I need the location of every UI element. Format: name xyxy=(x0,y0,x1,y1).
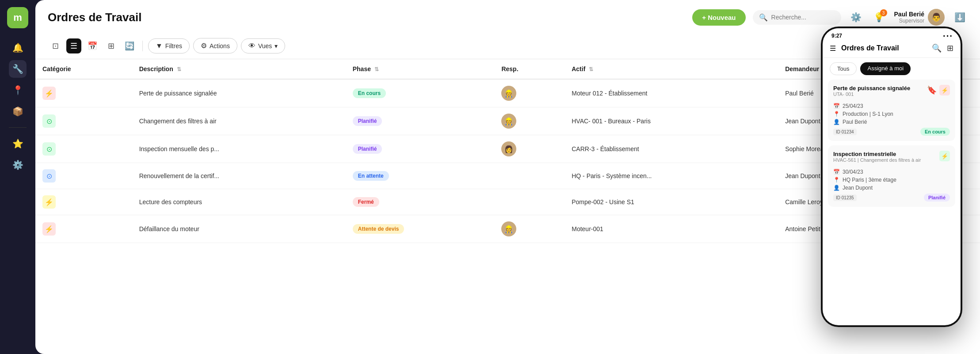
view-calendar-btn[interactable]: 📅 xyxy=(85,38,100,53)
location-icon: 📍 xyxy=(833,111,840,117)
mobile-card[interactable]: Inspection trimestrielle HVAC-561 | Chan… xyxy=(828,145,955,207)
actions-button[interactable]: ⚙ Actions xyxy=(193,38,237,53)
category-icon: ⚡ xyxy=(42,87,56,100)
filtres-button[interactable]: ▼ Filtres xyxy=(148,38,190,53)
download-button[interactable]: ⬇️ xyxy=(952,9,968,25)
category-icon: ⚡ xyxy=(42,222,56,236)
mobile-id-badge: ID 01235 xyxy=(833,194,857,201)
mobile-menu-icon[interactable]: ☰ xyxy=(830,44,836,53)
user-info: Paul Berié Supervisor 👨 xyxy=(894,9,945,26)
cell-resp: 👷 xyxy=(494,215,564,243)
mobile-status-badge: Planifié xyxy=(924,194,950,202)
cell-actif: Moteur-001 xyxy=(564,215,778,243)
mobile-card-header: Inspection trimestrielle HVAC-561 | Chan… xyxy=(833,151,950,165)
download-icon: ⬇️ xyxy=(954,12,965,23)
view-list-btn[interactable]: ☰ xyxy=(66,38,81,53)
mobile-card-person-row: 👤 Paul Berié xyxy=(833,119,950,125)
cell-actif: Pompe-002 - Usine S1 xyxy=(564,189,778,215)
status-badge: En attente xyxy=(353,171,389,181)
sidebar-item-gauge[interactable]: ⚙️ xyxy=(9,156,27,174)
cell-description: Inspection mensuelle des p... xyxy=(132,135,346,163)
mobile-card-date-row: 📅 30/04/23 xyxy=(833,169,950,175)
mobile-search-icon[interactable]: 🔍 xyxy=(932,43,942,53)
sort-icon-actif[interactable]: ⇅ xyxy=(589,66,593,72)
actions-icon: ⚙ xyxy=(201,42,207,50)
col-actif: Actif ⇅ xyxy=(564,59,778,79)
notifications-button[interactable]: 💡 3 xyxy=(871,9,887,25)
chevron-down-icon: ▾ xyxy=(275,42,278,49)
mobile-signal-icons: ▪ ▪ ▪ xyxy=(943,33,952,39)
status-badge: Attente de devis xyxy=(353,224,404,234)
cell-description: Lecture des compteurs xyxy=(132,189,346,215)
header-right: + Nouveau 🔍 ⚙️ 💡 3 Paul Berié Supervisor xyxy=(692,9,968,26)
bookmark-icon[interactable]: 🔖 xyxy=(927,85,937,95)
col-phase: Phase ⇅ xyxy=(346,59,495,79)
vues-button[interactable]: 👁 Vues ▾ xyxy=(241,38,285,53)
view-refresh-btn[interactable]: 🔄 xyxy=(122,38,137,53)
mobile-cat-icon: ⚡ xyxy=(939,85,950,95)
view-grid-btn[interactable]: ⊞ xyxy=(103,38,118,53)
sidebar-item-star[interactable]: ⭐ xyxy=(9,135,27,152)
cell-resp: 👩 xyxy=(494,135,564,163)
cell-categorie: ⚡ xyxy=(35,189,132,215)
user-role: Supervisor xyxy=(894,18,924,24)
cell-description: Défaillance du moteur xyxy=(132,215,346,243)
actions-label: Actions xyxy=(210,42,230,49)
sidebar: m 🔔 🔧 📍 📦 ⭐ ⚙️ xyxy=(0,0,35,354)
view-table-btn[interactable]: ⊡ xyxy=(48,38,63,53)
sort-icon-phase[interactable]: ⇅ xyxy=(374,66,379,72)
cell-categorie: ⚡ xyxy=(35,215,132,243)
mobile-card-footer: ID 01235 Planifié xyxy=(833,194,950,202)
settings-button[interactable]: ⚙️ xyxy=(848,9,864,25)
cell-phase: Attente de devis xyxy=(346,215,495,243)
mobile-tab-tous[interactable]: Tous xyxy=(830,62,857,75)
status-badge: Planifié xyxy=(353,144,382,154)
sidebar-item-wrench[interactable]: 🔧 xyxy=(9,60,27,78)
mobile-tabs: Tous Assigné à moi xyxy=(823,58,961,80)
cell-resp xyxy=(494,189,564,215)
search-input[interactable] xyxy=(771,14,835,21)
cell-phase: En cours xyxy=(346,79,495,107)
status-badge: Fermé xyxy=(353,197,379,207)
cell-actif: HVAC- 001 - Bureaux - Paris xyxy=(564,107,778,135)
cell-description: Renouvellement de la certif... xyxy=(132,163,346,189)
mobile-card[interactable]: Perte de puissance signalée UTA- 001 🔖 ⚡… xyxy=(828,80,955,141)
cell-categorie: ⚡ xyxy=(35,79,132,107)
mobile-card-title: Inspection trimestrielle HVAC-561 | Chan… xyxy=(833,151,921,165)
user-name: Paul Berié xyxy=(894,11,924,18)
page-title: Ordres de Travail xyxy=(48,11,141,24)
cell-phase: Planifié xyxy=(346,135,495,163)
search-box: 🔍 xyxy=(753,10,841,25)
mobile-status-bar: 9:27 ▪ ▪ ▪ xyxy=(823,28,961,41)
sidebar-item-cube[interactable]: 📦 xyxy=(9,103,27,120)
col-resp: Resp. xyxy=(494,59,564,79)
cell-phase: Planifié xyxy=(346,107,495,135)
col-description: Description ⇅ xyxy=(132,59,346,79)
nouveau-button[interactable]: + Nouveau xyxy=(692,9,745,26)
sort-icon[interactable]: ⇅ xyxy=(177,66,181,72)
mobile-tab-assigned[interactable]: Assigné à moi xyxy=(860,62,911,75)
mobile-card-header: Perte de puissance signalée UTA- 001 🔖 ⚡ xyxy=(833,85,950,99)
mobile-card-footer: ID 01234 En cours xyxy=(833,128,950,136)
person-icon: 👤 xyxy=(833,119,840,125)
cell-description: Changement des filtres à air xyxy=(132,107,346,135)
sidebar-item-bell[interactable]: 🔔 xyxy=(9,39,27,57)
filtres-label: Filtres xyxy=(165,42,182,49)
mobile-card-location-row: 📍 HQ Paris | 3ème étage xyxy=(833,177,950,183)
sidebar-item-location[interactable]: 📍 xyxy=(9,81,27,99)
mobile-grid-icon[interactable]: ⊞ xyxy=(947,43,953,53)
user-text: Paul Berié Supervisor xyxy=(894,11,924,24)
mobile-cat-icon: ⚡ xyxy=(939,151,950,161)
category-icon: ⊙ xyxy=(42,142,56,156)
gear-icon: ⚙️ xyxy=(850,12,862,23)
cell-actif: Moteur 012 - Établissement xyxy=(564,79,778,107)
resp-avatar: 👷 xyxy=(501,86,516,101)
mobile-header-icons: 🔍 ⊞ xyxy=(932,43,953,53)
eye-icon: 👁 xyxy=(248,42,255,50)
mobile-cards: Perte de puissance signalée UTA- 001 🔖 ⚡… xyxy=(823,80,961,325)
location-icon: 📍 xyxy=(833,177,840,183)
app-logo[interactable]: m xyxy=(7,7,28,28)
cell-actif: CARR-3 - Établissement xyxy=(564,135,778,163)
resp-avatar: 👷 xyxy=(501,114,516,129)
search-icon: 🔍 xyxy=(759,13,768,22)
